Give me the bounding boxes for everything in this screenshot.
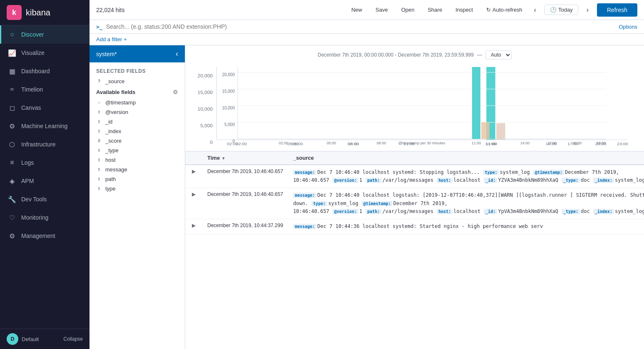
- save-button[interactable]: Save: [372, 5, 391, 15]
- available-field-item[interactable]: t@version: [90, 107, 185, 117]
- available-field-item[interactable]: #_score: [90, 136, 185, 146]
- field-value: doc: [581, 208, 590, 214]
- sidebar-item-dashboard[interactable]: ▦Dashboard: [0, 62, 90, 80]
- available-field-item[interactable]: tpath: [90, 174, 185, 184]
- field-type-indicator: t: [96, 110, 102, 114]
- available-field-item[interactable]: t_type: [90, 146, 185, 155]
- results-area: Time ▼ _source ▶December 7th 2019, 10:46…: [185, 151, 644, 349]
- table-row: ▶December 7th 2019, 10:46:40.657message:…: [185, 165, 644, 188]
- share-button[interactable]: Share: [424, 5, 445, 15]
- add-filter-button[interactable]: Add a filter +: [96, 36, 127, 42]
- field-label: type:: [311, 201, 327, 206]
- fields-section: Selected fields ?_source Available field…: [90, 62, 185, 349]
- refresh-button[interactable]: Refresh: [597, 3, 637, 17]
- expand-row-button[interactable]: ▶: [190, 191, 197, 197]
- field-name: message: [105, 166, 178, 173]
- sidebar-item-label: Visualize: [21, 50, 45, 56]
- sidebar-item-visualize[interactable]: 📈Visualize: [0, 44, 90, 62]
- sidebar-item-management[interactable]: ⚙Management: [0, 227, 90, 245]
- field-label: _id:: [484, 209, 497, 214]
- search-input[interactable]: [106, 23, 616, 30]
- svg-text:05:00: 05:00: [327, 141, 336, 145]
- field-label: path:: [366, 178, 381, 183]
- fields-settings-icon[interactable]: ⚙: [173, 89, 178, 95]
- histogram-chart: December 7th 2019, 00:00:00.000 - Decemb…: [185, 45, 644, 151]
- sidebar-item-infrastructure[interactable]: ⬡Infrastructure: [0, 135, 90, 153]
- available-field-item[interactable]: t_id: [90, 117, 185, 126]
- hits-count: 22,024 hits: [96, 7, 125, 13]
- sidebar-item-label: APM: [21, 178, 34, 184]
- field-name: _index: [105, 128, 178, 134]
- sidebar-item-dev-tools[interactable]: 🔧Dev Tools: [0, 190, 90, 208]
- available-field-item[interactable]: ○@timestamp: [90, 98, 185, 107]
- field-label: @version:: [333, 209, 358, 214]
- svg-text:10,000: 10,000: [222, 106, 235, 110]
- new-button[interactable]: New: [348, 5, 366, 15]
- open-button[interactable]: Open: [398, 5, 418, 15]
- sidebar-item-timelion[interactable]: ≈Timelion: [0, 80, 90, 99]
- sidebar-item-canvas[interactable]: ◻Canvas: [0, 99, 90, 117]
- field-name: @version: [105, 109, 178, 115]
- field-label: message:: [293, 224, 316, 229]
- inspect-button[interactable]: Inspect: [452, 5, 476, 15]
- svg-text:23:00: 23:00: [597, 141, 606, 145]
- available-field-item[interactable]: tmessage: [90, 165, 185, 174]
- sidebar-item-monitoring[interactable]: ♡Monitoring: [0, 208, 90, 227]
- available-field-item[interactable]: ttype: [90, 184, 185, 193]
- selected-field-item[interactable]: ?_source: [90, 77, 185, 86]
- field-label: message:: [293, 193, 316, 198]
- field-type-indicator: ○: [96, 100, 102, 105]
- sidebar-item-label: Timelion: [21, 86, 43, 93]
- available-field-item[interactable]: thost: [90, 155, 185, 165]
- time-col-header[interactable]: Time ▼: [202, 151, 288, 165]
- next-time-button[interactable]: ›: [585, 5, 590, 15]
- chart-date-range: December 7th 2019, 00:00:00.000 - Decemb…: [318, 52, 474, 58]
- field-type-indicator: t: [96, 186, 102, 191]
- svg-text:11:00: 11:00: [472, 141, 481, 145]
- today-button[interactable]: 🕐 Today: [545, 5, 578, 15]
- refresh-icon: ↻: [486, 7, 491, 13]
- sidebar-logo: k kibana: [0, 0, 90, 25]
- field-label: @timestamp:: [362, 201, 393, 206]
- clock-icon: 🕐: [550, 7, 557, 13]
- available-field-item[interactable]: t_index: [90, 126, 185, 136]
- app-name: kibana: [26, 8, 50, 17]
- auto-refresh-button[interactable]: ↻ Auto-refresh: [483, 5, 526, 15]
- chart-interval-select[interactable]: Auto 1s 1m 5m 30m 1h: [485, 50, 512, 59]
- sidebar-item-apm[interactable]: ◈APM: [0, 172, 90, 190]
- options-button[interactable]: Options: [619, 24, 637, 30]
- field-name: _id: [105, 119, 178, 125]
- field-value: localhost: [453, 208, 480, 214]
- field-name: @timestamp: [105, 99, 178, 106]
- expand-row-button[interactable]: ▶: [190, 168, 197, 174]
- field-type-indicator: t: [96, 177, 102, 181]
- sidebar-item-logs[interactable]: ≡Logs: [0, 153, 90, 172]
- field-label: _index:: [593, 178, 614, 183]
- results-table: Time ▼ _source ▶December 7th 2019, 10:46…: [185, 151, 644, 234]
- field-name: _score: [105, 138, 178, 144]
- field-value: 1: [359, 208, 362, 214]
- field-label: _type:: [562, 209, 580, 214]
- svg-text:08:00: 08:00: [377, 141, 386, 145]
- sidebar-item-label: Machine Learning: [21, 123, 67, 129]
- prev-time-button[interactable]: ‹: [532, 5, 538, 15]
- svg-rect-33: [472, 67, 480, 139]
- visualize-icon: 📈: [8, 49, 16, 57]
- apm-icon: ◈: [8, 177, 16, 185]
- sidebar-item-discover[interactable]: ○Discover: [0, 25, 90, 44]
- machine-learning-icon: ⚙: [8, 122, 16, 130]
- main-area: 22,024 hits New Save Open Share Inspect …: [90, 0, 644, 349]
- right-panel: December 7th 2019, 00:00:00.000 - Decemb…: [185, 45, 644, 349]
- field-type-indicator: t: [96, 167, 102, 172]
- svg-text:@timestamp per 30 minutes: @timestamp per 30 minutes: [398, 141, 445, 145]
- avatar: D: [7, 333, 18, 345]
- sidebar-nav: ○Discover📈Visualize▦Dashboard≈Timelion◻C…: [0, 25, 90, 329]
- expand-row-button[interactable]: ▶: [190, 223, 197, 228]
- svg-rect-34: [481, 122, 490, 139]
- discover-icon: ○: [8, 30, 16, 39]
- collapse-button[interactable]: Collapse: [63, 336, 83, 342]
- field-type-indicator: t: [96, 158, 102, 162]
- source-cell: message:Dec 7 10:46:40 localhost systemd…: [288, 165, 644, 188]
- panel-collapse-icon[interactable]: ‹: [176, 50, 178, 58]
- sidebar-item-machine-learning[interactable]: ⚙Machine Learning: [0, 117, 90, 135]
